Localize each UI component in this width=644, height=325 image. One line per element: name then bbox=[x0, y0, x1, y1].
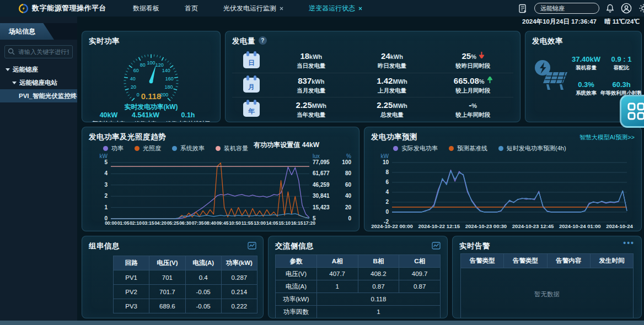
stat-label: 装机容量 bbox=[572, 64, 600, 72]
energy-stat: 837kWh当月发电量 bbox=[271, 76, 352, 95]
svg-text:61,677: 61,677 bbox=[313, 170, 330, 176]
svg-text:80: 80 bbox=[345, 170, 352, 176]
energy-row: 日18kWh当日发电量24kWh昨日发电量25%较昨日同时段 bbox=[232, 48, 513, 73]
svg-text:lux: lux bbox=[313, 154, 320, 159]
svg-text:kW: kW bbox=[381, 154, 389, 159]
svg-text:%: % bbox=[346, 154, 351, 159]
bottom-strip bbox=[0, 321, 644, 325]
report-icon[interactable] bbox=[518, 4, 528, 13]
ai-forecast-link[interactable]: 智慧大模型AI预测>> bbox=[579, 133, 635, 142]
nav-tab-pv-monitor[interactable]: 光伏发电运行监测 bbox=[223, 4, 283, 13]
caret-down-icon[interactable] bbox=[6, 68, 10, 71]
table-row[interactable]: 频率(Hz)50.02 bbox=[276, 318, 441, 319]
arrow-up-icon bbox=[487, 77, 492, 83]
caret-down-icon[interactable] bbox=[12, 82, 17, 84]
calendar-icon: 年 bbox=[232, 102, 271, 117]
more-options-icon[interactable]: ••• bbox=[623, 239, 635, 247]
legend-dot-icon bbox=[498, 146, 503, 151]
station-search-input[interactable] bbox=[534, 3, 599, 14]
panel-title: 实时告警 bbox=[459, 241, 635, 251]
close-icon[interactable] bbox=[280, 7, 283, 10]
realtime-stat: 4.541kW峰值功率 bbox=[132, 111, 159, 122]
table-cell: 0.287 bbox=[221, 270, 257, 285]
nav-tab-inverter-status[interactable]: 逆变器运行状态 bbox=[309, 4, 362, 13]
svg-text:2024-10-22 12:15: 2024-10-22 12:15 bbox=[418, 223, 460, 229]
legend-item[interactable]: 短时发电功率预测(4h) bbox=[498, 144, 566, 153]
svg-text:17:20: 17:20 bbox=[303, 220, 315, 226]
help-icon[interactable]: ? bbox=[259, 36, 267, 45]
search-icon bbox=[8, 48, 15, 55]
svg-text:03:15: 03:15 bbox=[142, 220, 154, 226]
settings-gear-icon[interactable] bbox=[638, 3, 644, 13]
table-cell: 电压(V) bbox=[276, 268, 317, 280]
tree-node-[interactable]: 远能锦座电站 bbox=[0, 76, 77, 89]
energy-unit: MWh bbox=[393, 102, 407, 109]
table-cell: -0.05 bbox=[185, 285, 221, 299]
table-row[interactable]: 电压(V)407.7408.2409.7 bbox=[276, 268, 441, 280]
datetime-text: 2024年10月24日 17:36:47 bbox=[522, 18, 597, 26]
svg-text:13:00: 13:00 bbox=[254, 220, 266, 226]
user-avatar-icon[interactable] bbox=[621, 3, 632, 14]
svg-text:120: 120 bbox=[155, 62, 164, 68]
nav-tab-label: 光伏发电运行监测 bbox=[223, 4, 276, 13]
stat-label: 峰值功率 bbox=[132, 120, 159, 122]
legend-label: 预测基准线 bbox=[457, 144, 487, 153]
svg-text:06:30: 06:30 bbox=[179, 220, 191, 226]
stat-value: 0.9 : 1 bbox=[600, 55, 642, 63]
legend-item[interactable]: 预测基准线 bbox=[449, 144, 487, 153]
energy-value: 837 bbox=[298, 76, 312, 85]
svg-text:60: 60 bbox=[133, 68, 139, 73]
forecast-chart[interactable]: 1086420-2kW2024-10-22 00:002024-10-22 12… bbox=[371, 154, 635, 230]
tree-node-label: 远能锦座 bbox=[13, 66, 38, 74]
notification-bell-icon[interactable] bbox=[606, 4, 614, 13]
close-icon[interactable] bbox=[358, 7, 362, 10]
svg-text:5: 5 bbox=[104, 159, 108, 165]
column-header: 电流(A) bbox=[185, 256, 221, 270]
energy-unit: % bbox=[471, 102, 477, 109]
energy-value: 1.42 bbox=[377, 76, 393, 85]
svg-text:140: 140 bbox=[162, 68, 170, 73]
energy-value: 2.25 bbox=[377, 100, 393, 110]
energy-rows: 日18kWh当日发电量24kWh昨日发电量25%较昨日同时段月837kWh当月发… bbox=[232, 48, 513, 121]
table-row[interactable]: 功率(kW)0.118 bbox=[276, 293, 441, 306]
sidebar-tab-station-info[interactable]: 场站信息 bbox=[0, 23, 54, 40]
svg-text:77,095: 77,095 bbox=[313, 159, 330, 165]
table-row[interactable]: PV17010.40.287 bbox=[114, 270, 257, 285]
table-cell: 功率因数 bbox=[276, 306, 317, 318]
table-row[interactable]: 电流(A)10.870.87 bbox=[276, 280, 441, 293]
tree-node-selected[interactable]: PVI_智能光伏监控终端 bbox=[0, 89, 77, 102]
table-cell: 701.7 bbox=[149, 285, 185, 299]
svg-text:0: 0 bbox=[137, 92, 139, 98]
table-row[interactable]: PV3689.6-0.050.222 bbox=[114, 299, 257, 313]
nav-item-dashboard[interactable]: 数据看板 bbox=[133, 4, 159, 13]
table-row[interactable]: 功率因数1 bbox=[276, 306, 441, 318]
app-grid-button[interactable] bbox=[620, 95, 644, 128]
stat-value: 0.1h bbox=[166, 111, 210, 119]
nav-menu: 数据看板 首页 光伏发电运行监测 逆变器运行状态 bbox=[133, 4, 362, 13]
trend-chart[interactable]: 577,095100461,67780346,25960230,84140115… bbox=[89, 154, 352, 226]
legend-item[interactable]: 光照度 bbox=[135, 144, 161, 153]
panel-title-text: 发电量 bbox=[232, 37, 255, 45]
energy-stat: 25%较昨日同时段 bbox=[432, 51, 513, 70]
tree-node-[interactable]: 远能锦座 bbox=[0, 63, 77, 76]
legend-item[interactable]: 系统效率 bbox=[172, 144, 205, 153]
legend-item[interactable]: 装机容量 bbox=[216, 144, 248, 153]
sidebar-search bbox=[4, 45, 73, 58]
column-header: 告警内容 bbox=[547, 254, 590, 268]
legend-item[interactable]: 功率 bbox=[103, 144, 124, 153]
chart-view-icon[interactable] bbox=[248, 242, 256, 252]
panel-title: 实时功率 bbox=[89, 36, 213, 46]
svg-text:10: 10 bbox=[383, 159, 389, 165]
svg-text:kW: kW bbox=[100, 154, 108, 159]
svg-text:1: 1 bbox=[104, 204, 108, 210]
legend-dot-icon bbox=[135, 146, 139, 151]
energy-label: 较上月同时段 bbox=[432, 87, 513, 95]
legend-item[interactable]: 实际发电功率 bbox=[393, 144, 438, 153]
legend-label: 功率 bbox=[111, 144, 124, 153]
nav-item-home[interactable]: 首页 bbox=[185, 4, 198, 13]
chart-view-icon[interactable] bbox=[432, 242, 441, 252]
string-info-table: 回路电压(V)电流(A)功率(kW)PV17010.40.287PV2701.7… bbox=[113, 256, 257, 313]
stat-label: 容配比 bbox=[600, 64, 642, 72]
energy-label: 总发电量 bbox=[352, 111, 433, 119]
table-row[interactable]: PV2701.7-0.050.214 bbox=[114, 285, 257, 299]
